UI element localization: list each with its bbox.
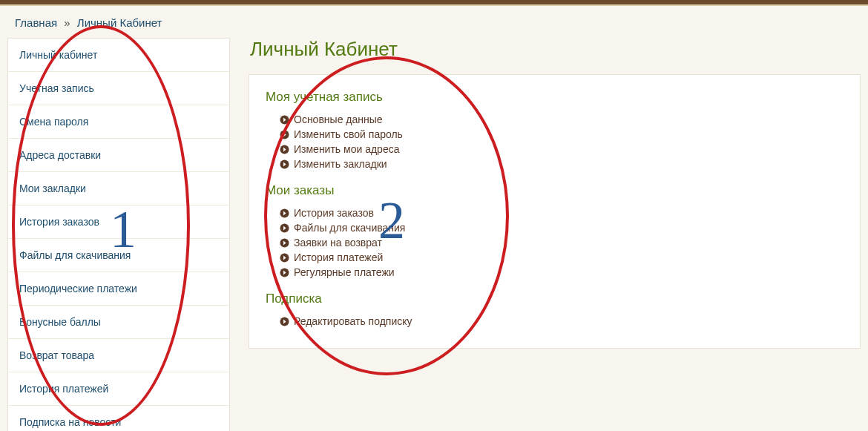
list-item: Файлы для скачивания — [279, 220, 844, 235]
sidebar-item-11[interactable]: Подписка на новости — [8, 406, 229, 431]
breadcrumb-sep-icon: » — [64, 16, 70, 29]
sidebar-item-link[interactable]: Файлы для скачивания — [19, 249, 131, 261]
section-links-0: Основные данныеИзменить свой парольИзмен… — [266, 112, 844, 171]
sidebar-item-1[interactable]: Учетная запись — [8, 72, 229, 105]
sidebar-item-2[interactable]: Смена пароля — [8, 105, 229, 139]
list-item: Редактировать подписку — [279, 314, 844, 329]
sidebar-item-link[interactable]: Возврат товара — [19, 349, 94, 361]
section-link[interactable]: Изменить свой пароль — [294, 128, 403, 140]
chevron-circle-right-icon — [279, 316, 289, 326]
breadcrumb-home-link[interactable]: Главная — [15, 16, 57, 29]
sidebar-item-7[interactable]: Периодические платежи — [8, 272, 229, 306]
section-links-2: Редактировать подписку — [266, 314, 844, 329]
sidebar-item-link[interactable]: Смена пароля — [19, 116, 88, 128]
list-item: Изменить свой пароль — [279, 127, 844, 142]
list-item: Заявки на возврат — [279, 235, 844, 250]
chevron-circle-right-icon — [279, 252, 289, 263]
list-item: История заказов — [279, 205, 844, 220]
chevron-circle-right-icon — [279, 159, 289, 169]
section-links-1: История заказовФайлы для скачиванияЗаявк… — [266, 205, 844, 280]
sidebar-item-10[interactable]: История платежей — [8, 372, 229, 406]
breadcrumb: Главная » Личный Кабинет — [0, 6, 868, 38]
chevron-circle-right-icon — [279, 114, 289, 125]
sidebar-item-0[interactable]: Личный кабинет — [8, 39, 229, 72]
section-link[interactable]: Редактировать подписку — [294, 315, 412, 327]
section-link[interactable]: Изменить мои адреса — [294, 143, 399, 155]
section-title-2: Подписка — [266, 292, 844, 306]
section-link[interactable]: Основные данные — [294, 113, 383, 125]
section-link[interactable]: Изменить закладки — [294, 158, 387, 170]
sidebar-item-link[interactable]: Мои закладки — [19, 182, 86, 194]
top-bar — [0, 0, 868, 6]
list-item: Изменить мои адреса — [279, 142, 844, 157]
chevron-circle-right-icon — [279, 144, 289, 154]
chevron-circle-right-icon — [279, 129, 289, 139]
sidebar-item-link[interactable]: Периодические платежи — [19, 283, 137, 295]
sidebar: Личный кабинетУчетная записьСмена пароля… — [7, 38, 230, 431]
list-item: Регулярные платежи — [279, 265, 844, 280]
section-link[interactable]: История заказов — [294, 207, 374, 219]
sidebar-item-6[interactable]: Файлы для скачивания — [8, 239, 229, 272]
section-link[interactable]: Заявки на возврат — [294, 237, 382, 249]
chevron-circle-right-icon — [279, 223, 289, 233]
chevron-circle-right-icon — [279, 267, 289, 277]
list-item: Изменить закладки — [279, 157, 844, 171]
sidebar-item-5[interactable]: История заказов — [8, 205, 229, 239]
chevron-circle-right-icon — [279, 208, 289, 218]
sidebar-item-link[interactable]: Учетная запись — [19, 82, 94, 94]
sidebar-item-link[interactable]: Бонусные баллы — [19, 316, 101, 328]
sidebar-item-link[interactable]: История платежей — [19, 383, 108, 395]
section-link[interactable]: Файлы для скачивания — [294, 222, 405, 234]
main-content: Личный Кабинет Моя учетная записьОсновны… — [249, 38, 861, 431]
sidebar-item-link[interactable]: Личный кабинет — [19, 49, 97, 61]
page-title: Личный Кабинет — [249, 38, 861, 61]
sidebar-item-link[interactable]: История заказов — [19, 216, 99, 228]
sidebar-item-3[interactable]: Адреса доставки — [8, 139, 229, 172]
section-link[interactable]: Регулярные платежи — [294, 266, 395, 278]
section-title-1: Мои заказы — [266, 183, 844, 198]
chevron-circle-right-icon — [279, 237, 289, 248]
sidebar-item-link[interactable]: Подписка на новости — [19, 416, 121, 428]
breadcrumb-current-link[interactable]: Личный Кабинет — [77, 16, 162, 29]
list-item: История платежей — [279, 250, 844, 265]
sidebar-item-4[interactable]: Мои закладки — [8, 172, 229, 205]
section-title-0: Моя учетная запись — [266, 90, 844, 105]
list-item: Основные данные — [279, 112, 844, 127]
sidebar-item-8[interactable]: Бонусные баллы — [8, 306, 229, 339]
sidebar-item-link[interactable]: Адреса доставки — [19, 149, 101, 161]
account-panel: Моя учетная записьОсновные данныеИзменит… — [249, 74, 861, 349]
section-link[interactable]: История платежей — [294, 251, 383, 263]
sidebar-item-9[interactable]: Возврат товара — [8, 339, 229, 372]
